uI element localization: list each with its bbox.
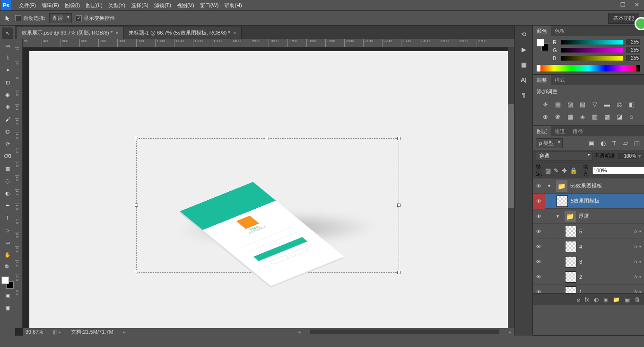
color-value-b[interactable]: 255 — [626, 55, 640, 61]
tab-close-icon[interactable]: × — [233, 30, 236, 36]
blend-mode-select[interactable]: 穿透 — [536, 151, 592, 161]
lock-all-icon[interactable]: 🔒 — [570, 166, 577, 175]
document-tab[interactable]: 效果展示.psd @ 39.7% (阴影, RGB/8) *× — [17, 27, 124, 39]
layer-filter-select[interactable]: ρ 类型 — [536, 138, 563, 148]
adjust-levels-icon[interactable]: ▤ — [554, 100, 562, 108]
adjust-vibrance-icon[interactable]: ▽ — [591, 100, 599, 108]
align-hcenter-icon[interactable] — [165, 14, 174, 22]
lock-position-icon[interactable]: ✥ — [562, 166, 567, 175]
distribute-vcenter-icon[interactable] — [203, 14, 211, 22]
hand-tool[interactable]: ✋ — [2, 249, 13, 260]
layer-group-row[interactable]: 👁▼📁5s效果图模板 — [533, 178, 644, 194]
fx-indicator[interactable]: fx ▾ — [634, 259, 641, 264]
distribute-hcenter-icon[interactable] — [234, 14, 243, 22]
maximize-button[interactable]: ❐ — [616, 0, 630, 9]
auto-select-target-select[interactable]: 图层 — [49, 13, 72, 23]
history-brush-tool[interactable]: ⟳ — [2, 138, 13, 150]
vertical-scrollbar[interactable] — [508, 47, 514, 328]
dodge-tool[interactable]: ◐ — [2, 187, 13, 199]
menu-滤镜(T)[interactable]: 滤镜(T) — [151, 0, 174, 10]
zoom-level[interactable]: 39.67% — [26, 329, 43, 335]
align-left-icon[interactable] — [155, 14, 163, 22]
ruler-horizontal[interactable]: 5040050060070080090010001100120013001400… — [23, 39, 514, 47]
adjustment-layer-icon[interactable]: ◉ — [603, 296, 608, 303]
visibility-toggle[interactable]: 👁 — [533, 285, 545, 294]
minimize-button[interactable]: — — [601, 0, 616, 9]
show-transform-checkbox[interactable] — [76, 15, 82, 21]
layer-thumbnail[interactable] — [557, 196, 568, 207]
menu-图像(I)[interactable]: 图像(I) — [62, 0, 83, 10]
quick-mask-button[interactable]: ▣ — [2, 290, 13, 301]
artboard[interactable]: Friday 在这所有的散件 — [29, 51, 512, 328]
menu-窗口(W)[interactable]: 窗口(W) — [197, 0, 222, 10]
distribute-top-icon[interactable] — [192, 14, 201, 22]
align-right-icon[interactable] — [175, 14, 184, 22]
adjust-lookup-icon[interactable]: ▦ — [566, 112, 574, 121]
adjust-selective-color-icon[interactable]: ⌂ — [627, 112, 636, 121]
rectangle-tool[interactable]: ▭ — [2, 237, 13, 248]
layer-thumbnail[interactable] — [565, 256, 576, 267]
tab-adjustments[interactable]: 调整 — [533, 75, 551, 86]
marquee-tool[interactable]: ▭ — [2, 40, 13, 51]
adjust-curves-icon[interactable]: ▨ — [566, 100, 574, 108]
auto-align-icon[interactable] — [261, 14, 270, 22]
align-vcenter-icon[interactable] — [134, 14, 142, 22]
link-layers-icon[interactable]: ⌀ — [577, 296, 580, 303]
adjust-hue-icon[interactable]: ▬ — [603, 100, 611, 108]
layer-name[interactable]: 5效果图模板 — [571, 197, 641, 205]
notification-badge[interactable] — [635, 17, 644, 30]
layer-thumbnail[interactable] — [565, 241, 576, 252]
adjust-bw-icon[interactable]: ◧ — [627, 100, 636, 108]
heal-tool[interactable]: ✚ — [2, 101, 13, 113]
color-slider-b[interactable] — [561, 56, 623, 61]
blur-tool[interactable]: ◌ — [2, 175, 13, 187]
visibility-toggle[interactable]: 👁 — [533, 254, 545, 269]
delete-layer-icon[interactable]: 🗑 — [635, 296, 640, 303]
tab-close-icon[interactable]: × — [115, 30, 119, 36]
new-layer-icon[interactable]: ▣ — [625, 296, 630, 303]
auto-select-checkbox[interactable] — [15, 15, 21, 21]
lasso-tool[interactable]: ⌇ — [2, 52, 13, 63]
adjust-color-balance-icon[interactable]: ⚖ — [615, 100, 624, 108]
layer-row[interactable]: 👁2fx ▾ — [533, 269, 644, 285]
color-slider-r[interactable] — [561, 40, 623, 44]
fx-indicator[interactable]: fx ▾ — [634, 229, 641, 234]
menu-编辑(E)[interactable]: 编辑(E) — [39, 0, 62, 10]
layer-fx-icon[interactable]: fx — [585, 296, 589, 303]
layer-name[interactable]: 4 — [579, 244, 632, 249]
menu-帮助(H)[interactable]: 帮助(H) — [221, 0, 244, 10]
filter-image-icon[interactable]: ▣ — [587, 139, 596, 148]
adjust-exposure-icon[interactable]: ▧ — [578, 100, 587, 108]
layer-thumbnail[interactable] — [565, 271, 576, 283]
eraser-tool[interactable]: ⌫ — [2, 151, 13, 162]
visibility-toggle[interactable]: 👁 — [533, 269, 545, 285]
visibility-toggle[interactable]: 👁 — [533, 239, 545, 254]
layer-name[interactable]: 1 — [579, 289, 632, 294]
layer-thumbnail[interactable] — [565, 286, 576, 294]
history-icon[interactable]: ⟲ — [519, 29, 529, 39]
visibility-toggle[interactable]: 👁 — [533, 209, 545, 224]
layer-row[interactable]: 👁5效果图模板 — [533, 194, 644, 209]
tab-swatches[interactable]: 色板 — [551, 26, 569, 36]
visibility-toggle[interactable]: 👁 — [533, 194, 545, 209]
filter-type-icon[interactable]: T — [610, 139, 618, 148]
stamp-tool[interactable]: ⌬ — [2, 126, 13, 137]
tab-layers[interactable]: 图层 — [533, 126, 551, 137]
new-group-icon[interactable]: 📁 — [613, 296, 620, 303]
fill-input[interactable] — [592, 167, 644, 174]
screen-mode-button[interactable]: ▣ — [2, 302, 13, 313]
visibility-toggle[interactable]: 👁 — [533, 178, 545, 194]
color-value-r[interactable]: 255 — [626, 39, 640, 45]
layer-name[interactable]: 厚度 — [579, 213, 641, 220]
zoom-tool[interactable]: 🔍 — [2, 261, 13, 273]
distribute-left-icon[interactable] — [224, 14, 232, 22]
character-icon[interactable]: A| — [519, 75, 529, 84]
layer-name[interactable]: 3 — [579, 259, 632, 265]
lock-transparency-icon[interactable]: ▨ — [545, 166, 551, 175]
menu-文件(F)[interactable]: 文件(F) — [16, 0, 39, 10]
crop-tool[interactable]: ⊡ — [2, 77, 13, 88]
folder-toggle[interactable]: ▼ — [547, 184, 551, 188]
layer-row[interactable]: 👁1fx ▾ — [533, 285, 644, 293]
paragraph-icon[interactable]: ¶ — [519, 90, 529, 99]
color-swatches[interactable] — [1, 276, 14, 289]
